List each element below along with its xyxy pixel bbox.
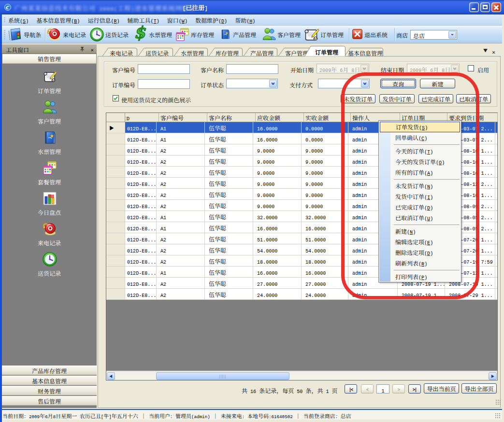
grid-cell: A2 <box>159 178 205 188</box>
grid-cell: A2 <box>159 233 205 244</box>
toolbar-separator <box>45 28 45 41</box>
customer-no-input[interactable] <box>138 64 190 74</box>
tool-window-close-icon[interactable]: ✕ <box>90 45 94 53</box>
sidebar-group-product-inventory-label: 产品库存管理 <box>32 366 67 375</box>
menu-window[interactable]: 窗口(W) <box>163 14 191 26</box>
sidebar-item-package[interactable]: 套餐管理 <box>29 160 69 185</box>
tab-water-ticket[interactable]: 水票管理 <box>173 47 208 56</box>
grid-cell: 012D-E8... <box>126 122 157 133</box>
tab-close-icon[interactable]: ✕ <box>492 47 495 56</box>
order-state-arrow-icon[interactable] <box>269 80 277 87</box>
grid-cell: 伍华聪 <box>207 189 253 199</box>
sidebar-body: 订单管理 客户管理 水票管理 套餐管理 今日盘点 来电记录 送货记录 <box>2 64 97 346</box>
row-selector-cell[interactable] <box>106 144 125 155</box>
sidebar-group-after-sales[interactable]: 售后管理 <box>2 396 97 406</box>
grid-cell-value: A1 <box>160 135 166 143</box>
row-selector-cell[interactable] <box>106 211 125 222</box>
row-selector-cell[interactable]: ▶ <box>106 122 125 133</box>
scroll-right-button[interactable]: ▶ <box>489 372 497 380</box>
menu-run-info[interactable]: 运行信息(R) <box>84 14 123 26</box>
sidebar-group-finance[interactable]: 财务管理 <box>2 386 97 395</box>
maximize-button[interactable] <box>480 2 490 12</box>
page-number-input[interactable]: 1 <box>376 384 389 394</box>
row-selector-cell[interactable] <box>106 200 125 211</box>
customer-name-input[interactable] <box>226 64 278 74</box>
grid-cell: 9.0000 <box>256 189 302 199</box>
row-selector-cell[interactable] <box>106 178 125 188</box>
grid-cell: 伍华聪 <box>207 244 253 255</box>
prev-page-button[interactable]: < <box>361 384 374 394</box>
sidebar-item-daily-check[interactable]: 今日盘点 <box>29 191 69 216</box>
grid-cell-value: 9.0000 <box>257 179 274 187</box>
store-select-arrow-icon[interactable] <box>448 31 456 39</box>
row-selector-cell[interactable] <box>106 222 125 233</box>
start-date-picker[interactable]: 2009年 6月 8日 <box>317 64 369 73</box>
last-page-button[interactable]: >| <box>408 384 421 394</box>
menu-data-maintenance[interactable]: 数据维护(D) <box>191 14 231 26</box>
sidebar-item-call-records[interactable]: 来电记录 <box>29 221 69 246</box>
grid-cell-value: A2 <box>160 290 166 298</box>
first-page-button[interactable]: |< <box>345 384 357 394</box>
row-selector-cell[interactable] <box>106 244 125 255</box>
tab-inventory[interactable]: 库存管理 <box>208 47 243 56</box>
tab-call-records[interactable]: 来电记录 <box>102 47 138 56</box>
toolbar-grip[interactable] <box>4 29 5 40</box>
scrollbar-thumb[interactable] <box>156 372 289 380</box>
grid-column-header[interactable]: 应收金额 <box>256 113 304 122</box>
sidebar-item-customer[interactable]: 客户管理 <box>29 99 69 125</box>
close-button[interactable] <box>491 2 501 12</box>
grid-cell: 伍华聪 <box>207 167 253 177</box>
order-state-select[interactable] <box>226 79 278 88</box>
row-selector-cell[interactable] <box>106 278 125 288</box>
grid-cell-value: A2 <box>160 179 166 187</box>
sidebar-item-order[interactable]: 订单管理 <box>29 69 69 94</box>
tab-product[interactable]: 产品管理 <box>243 47 278 56</box>
enable-checkbox[interactable] <box>468 65 474 71</box>
sidebar-item-delivery-records[interactable]: 送货记录 <box>29 252 69 277</box>
pin-icon[interactable] <box>79 46 85 52</box>
row-selector-cell[interactable] <box>106 167 125 177</box>
row-selector-cell[interactable] <box>106 289 125 299</box>
minimize-icon <box>472 8 475 10</box>
row-selector-cell[interactable] <box>106 255 125 266</box>
menu-help[interactable]: 帮助(H) <box>231 14 259 26</box>
tab-order[interactable]: 订单管理 <box>304 45 346 56</box>
minimize-button[interactable] <box>469 2 479 12</box>
menu-basic-info[interactable]: 基本信息管理(B) <box>32 14 84 26</box>
row-selector-cell[interactable] <box>106 233 125 244</box>
color-display-checkbox[interactable] <box>113 95 119 101</box>
sidebar-daily-check-icon <box>42 191 58 206</box>
store-select[interactable]: 总店 <box>410 30 457 40</box>
menubar-grip[interactable] <box>4 17 5 23</box>
tab-basic-info[interactable]: 基本信息管理 <box>344 47 384 56</box>
row-selector-cell[interactable] <box>106 133 125 144</box>
export-all-pages-button[interactable]: 导出全部页 <box>461 383 497 394</box>
grid-cell-value: 9.0000 <box>257 157 274 165</box>
menu-system[interactable]: 系统(S) <box>4 14 32 26</box>
grid-horizontal-scrollbar[interactable]: ◀▶ <box>106 371 497 380</box>
export-current-page-button[interactable]: 导出当前页 <box>424 383 459 394</box>
grid-cell-value: 012D-E8... <box>127 235 156 243</box>
grid-column-header[interactable]: 客户编号 <box>159 113 207 122</box>
tab-delivery-records[interactable]: 送货记录 <box>138 47 173 56</box>
grid-cell: 54.0000 <box>256 244 302 255</box>
sidebar-item-water-ticket[interactable]: 水票管理 <box>29 130 69 155</box>
next-page-button[interactable]: > <box>392 384 405 394</box>
sidebar-group-basic-info[interactable]: 基本信息管理 <box>2 376 97 385</box>
row-selector-cell[interactable] <box>106 267 125 277</box>
scroll-left-button[interactable]: ◀ <box>107 372 115 380</box>
sidebar-group-header[interactable]: 销售管理 <box>2 54 96 64</box>
end-date-picker[interactable]: 2009年 6月 8日 <box>407 64 460 73</box>
grid-column-header[interactable]: ID <box>126 113 159 122</box>
panel-resize-grip[interactable] <box>495 399 501 405</box>
toolbar: 导航条 来电记录 送货记录 $水票管理 库存管理 产品管理 客户管理 订单管理 … <box>2 26 502 43</box>
row-selector-cell[interactable] <box>106 155 125 166</box>
order-no-input[interactable] <box>138 79 190 89</box>
sidebar-group-product-inventory[interactable]: 产品库存管理 <box>2 366 97 375</box>
sidebar-package-icon <box>42 160 58 176</box>
tab-scroll-down-icon[interactable]: ▼ <box>483 47 488 54</box>
grid-cell-value: 012D-E8... <box>127 168 156 176</box>
row-selector-cell[interactable] <box>106 189 125 199</box>
grid-cell: 16.0000 <box>256 122 302 133</box>
grid-column-header[interactable]: 客户名称 <box>207 113 256 122</box>
